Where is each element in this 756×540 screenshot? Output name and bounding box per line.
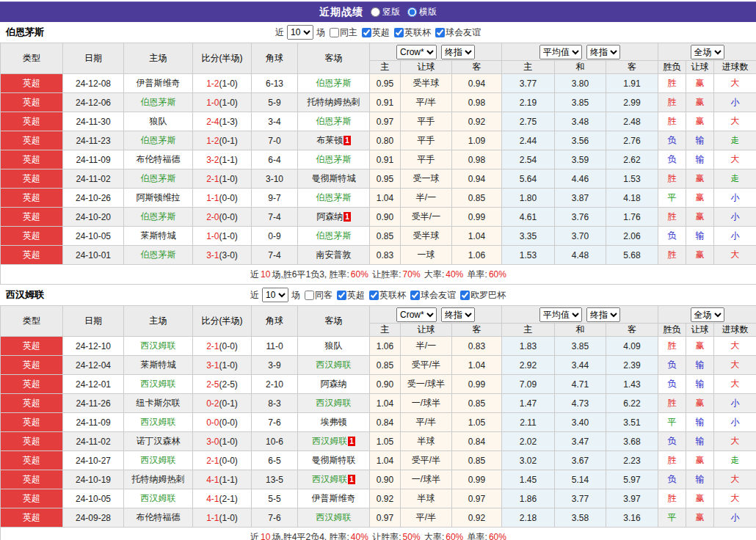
- page-title: 近期战绩: [319, 6, 363, 19]
- home-team-name: 伯恩茅斯: [141, 249, 176, 260]
- score-cell: 3-2(1-1): [193, 150, 252, 169]
- layout-radio-vertical[interactable]: 竖版: [371, 6, 400, 18]
- games-count-select[interactable]: 10: [287, 25, 313, 40]
- league-filter-label: 英联杯: [404, 26, 431, 39]
- crow-home-odds: 0.95: [370, 169, 401, 189]
- league-checkbox[interactable]: [362, 28, 371, 37]
- league-checkbox[interactable]: [394, 28, 404, 37]
- result-goals: 小: [714, 508, 756, 528]
- date-cell: 24-10-05: [63, 489, 124, 508]
- match-row: 英超24-11-23伯恩茅斯1-2(0-1)7-0布莱顿10.80平手1.092…: [1, 131, 756, 150]
- crow-handicap: 受半/一: [401, 208, 452, 227]
- crow-away-odds: 0.99: [452, 470, 502, 489]
- average-select[interactable]: 平均值: [539, 45, 582, 59]
- score-cell: 0-2(0-1): [193, 394, 252, 413]
- same-venue-filter[interactable]: 同客: [302, 289, 332, 302]
- summary-segment: 60%: [351, 269, 368, 280]
- layout-radio-horizontal[interactable]: 横版: [407, 6, 437, 18]
- result-handicap: 输: [686, 470, 714, 489]
- home-team-cell: 伯恩茅斯: [124, 169, 193, 189]
- same-venue-filter[interactable]: 同主: [327, 26, 357, 39]
- games-count-select[interactable]: 10: [262, 288, 288, 302]
- league-checkbox[interactable]: [435, 28, 445, 37]
- sub-column-header: 主: [502, 324, 555, 337]
- league-filter-label: 球会友谊: [446, 26, 481, 39]
- league-checkbox[interactable]: [369, 291, 379, 300]
- league-filter[interactable]: 英超: [359, 26, 390, 39]
- period-select[interactable]: 全场: [691, 307, 724, 322]
- match-row: 英超24-12-06伯恩茅斯1-0(1-0)5-9托特纳姆热刺0.91平/半0.…: [1, 93, 756, 112]
- avg-away-odds: 1.76: [606, 208, 658, 227]
- fulltime-score: 2-4: [206, 117, 219, 127]
- sub-column-header: 让球: [686, 324, 714, 337]
- crow-handicap: 受一球: [401, 169, 452, 189]
- home-team-name: 纽卡斯尔联: [137, 398, 181, 408]
- avg-home-odds: 3.77: [502, 74, 555, 93]
- period-select[interactable]: 全场: [691, 45, 724, 59]
- vertical-radio-input[interactable]: [371, 7, 380, 17]
- avg-home-odds: 2.02: [502, 432, 555, 451]
- avg-away-odds: 5.97: [606, 470, 658, 489]
- odds-time-select-2[interactable]: 终指: [586, 307, 620, 322]
- league-cell: 英超: [1, 489, 63, 508]
- crow-away-odds: 0.97: [452, 489, 502, 508]
- result-goals: 大: [714, 74, 756, 93]
- league-cell: 英超: [1, 74, 63, 93]
- away-team-cell: 阿森纳: [298, 375, 370, 394]
- bookmaker-select[interactable]: Crow*: [396, 45, 437, 59]
- away-team-cell: 西汉姆联: [298, 508, 370, 528]
- league-checkbox[interactable]: [460, 291, 470, 300]
- date-cell: 24-12-10: [63, 337, 124, 356]
- summary-segment: 10: [261, 269, 270, 280]
- avg-draw-odds: 3.56: [555, 131, 606, 150]
- league-checkbox[interactable]: [337, 291, 346, 300]
- away-team-name: 西汉姆联: [316, 512, 352, 522]
- away-team-cell: 南安普敦: [298, 246, 370, 265]
- away-team-cell: 埃弗顿: [298, 413, 370, 432]
- crow-handicap: 半球: [401, 489, 452, 508]
- league-checkbox[interactable]: [410, 291, 420, 300]
- home-team-cell: 莱斯特城: [124, 227, 193, 246]
- result-handicap: 输: [686, 227, 714, 246]
- league-cell: 英超: [1, 112, 63, 131]
- bookmaker-select[interactable]: Crow*: [396, 307, 437, 322]
- league-filter[interactable]: 英联杯: [366, 289, 406, 302]
- match-row: 英超24-10-05西汉姆联4-1(2-1)5-5伊普斯维奇0.92半球0.97…: [1, 489, 756, 508]
- home-team-cell: 伯恩茅斯: [124, 208, 193, 227]
- summary-segment: 40%: [446, 269, 463, 280]
- avg-home-odds: 1.80: [502, 189, 555, 208]
- odds-time-select[interactable]: 终指: [441, 45, 475, 59]
- date-cell: 24-11-02: [63, 169, 124, 189]
- league-filter[interactable]: 英联杯: [391, 26, 431, 39]
- halftime-score: (2-1): [219, 494, 238, 504]
- match-row: 英超24-12-10西汉姆联2-1(0-0)11-0狼队1.06半/一0.831…: [1, 337, 756, 356]
- sub-column-header: 主: [370, 324, 401, 337]
- league-filter[interactable]: 欧罗巴杯: [457, 289, 506, 302]
- score-cell: 2-0(0-0): [193, 208, 252, 227]
- home-team-name: 布伦特福德: [137, 512, 181, 522]
- fulltime-score: 1-0: [206, 231, 219, 241]
- fulltime-score: 2-1: [206, 341, 219, 351]
- same-venue-checkbox[interactable]: [330, 28, 339, 37]
- league-cell: 英超: [1, 356, 63, 375]
- same-venue-checkbox[interactable]: [305, 291, 314, 300]
- avg-away-odds: 4.18: [606, 189, 658, 208]
- crow-handicap: 半/一: [401, 189, 452, 208]
- sub-column-header: 主: [370, 61, 401, 74]
- league-filter[interactable]: 球会友谊: [407, 289, 456, 302]
- result-winloss: 胜: [658, 208, 686, 227]
- fulltime-score: 4-1: [206, 475, 219, 485]
- odds-time-select-2[interactable]: 终指: [586, 45, 620, 59]
- score-cell: 3-1(1-0): [193, 356, 252, 375]
- average-select[interactable]: 平均值: [539, 307, 582, 322]
- fulltime-score: 3-0: [206, 437, 219, 447]
- odds-time-select[interactable]: 终指: [441, 307, 475, 322]
- league-filter[interactable]: 球会友谊: [432, 26, 481, 39]
- avg-away-odds: 1.53: [606, 169, 658, 189]
- fulltime-score: 4-1: [206, 494, 219, 504]
- crow-home-odds: 0.91: [370, 93, 401, 112]
- league-filter[interactable]: 英超: [334, 289, 365, 302]
- horizontal-radio-input[interactable]: [407, 7, 417, 17]
- result-goals: 小: [714, 93, 756, 112]
- avg-draw-odds: 4.46: [555, 169, 606, 189]
